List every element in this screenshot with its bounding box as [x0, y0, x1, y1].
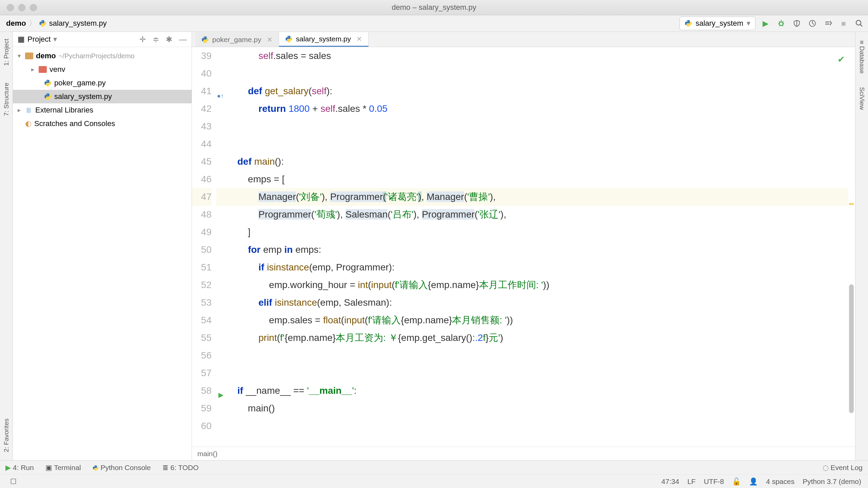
- close-icon[interactable]: ✕: [267, 36, 273, 44]
- python-file-icon: [44, 93, 52, 100]
- breadcrumb-root[interactable]: demo: [6, 19, 26, 28]
- caret-right-icon: ▸: [31, 66, 36, 73]
- stop-button[interactable]: ■: [838, 18, 849, 29]
- folder-icon: [39, 66, 47, 73]
- chevron-down-icon: ▾: [747, 19, 750, 28]
- tree-file-salary[interactable]: salary_system.py: [13, 90, 192, 103]
- window-title: demo – salary_system.py: [392, 3, 476, 12]
- tab-poker-game[interactable]: poker_game.py ✕: [195, 32, 279, 47]
- folder-icon: [25, 53, 33, 59]
- settings-icon[interactable]: ✱: [166, 35, 172, 44]
- python-file-icon: [685, 20, 692, 27]
- close-icon[interactable]: ✕: [356, 35, 362, 43]
- tree-scratches[interactable]: ◐ Scratches and Consoles: [13, 117, 192, 130]
- tool-window-toggle-icon[interactable]: ☐: [10, 477, 17, 486]
- search-button[interactable]: [854, 18, 865, 29]
- python-interpreter[interactable]: Python 3.7 (demo): [803, 477, 861, 486]
- caret-down-icon: ▾: [18, 52, 22, 60]
- editor-breadcrumb[interactable]: main(): [192, 447, 855, 460]
- bottom-tool-bar: ▶ 4: Run ▣ Terminal Python Console ≣ 6: …: [0, 460, 868, 474]
- breadcrumb[interactable]: demo 〉 salary_system.py: [6, 18, 107, 28]
- left-tool-rail: 1: Project 7: Structure 2: Favorites: [0, 32, 13, 460]
- indent-setting[interactable]: 4 spaces: [766, 477, 794, 486]
- editor-scrollbar[interactable]: [847, 47, 855, 447]
- terminal-tool-button[interactable]: ▣ Terminal: [45, 464, 81, 472]
- project-panel-title[interactable]: Project: [27, 35, 51, 44]
- chevron-right-icon: 〉: [29, 18, 36, 28]
- editor-tabs: poker_game.py ✕ salary_system.py ✕: [192, 32, 855, 47]
- run-config-selector[interactable]: salary_system ▾: [679, 17, 755, 30]
- project-panel: ▦ Project ▾ ✛ ≑ ✱ — ▾ demo ~/PycharmProj…: [13, 32, 192, 460]
- database-tool-button[interactable]: ≡ Database: [858, 35, 866, 77]
- python-file-icon: [44, 79, 52, 87]
- file-encoding[interactable]: UTF-8: [704, 477, 724, 486]
- breadcrumb-file[interactable]: salary_system.py: [49, 19, 107, 28]
- chevron-down-icon[interactable]: ▾: [53, 35, 57, 44]
- navigation-bar: demo 〉 salary_system.py salary_system ▾ …: [0, 15, 868, 32]
- python-file-icon: [39, 20, 46, 27]
- inspection-ok-icon[interactable]: ✔: [837, 50, 845, 68]
- titlebar: demo – salary_system.py: [0, 0, 868, 15]
- svg-point-2: [856, 20, 861, 25]
- python-file-icon: [285, 35, 293, 43]
- run-button[interactable]: ▶: [760, 18, 771, 29]
- run-tool-button[interactable]: ▶ 4: Run: [5, 464, 34, 472]
- project-tool-button[interactable]: 1: Project: [3, 35, 10, 69]
- code-editor[interactable]: 3940414243444546474849505152535455565758…: [192, 47, 855, 447]
- python-file-icon: [201, 36, 209, 43]
- attach-button[interactable]: [823, 18, 833, 29]
- python-console-tool-button[interactable]: Python Console: [93, 464, 151, 472]
- tree-project-root[interactable]: ▾ demo ~/PycharmProjects/demo: [13, 49, 192, 63]
- library-icon: ⫼: [25, 106, 33, 115]
- inspection-icon[interactable]: 👤: [749, 477, 758, 486]
- locate-icon[interactable]: ✛: [139, 35, 146, 44]
- todo-tool-button[interactable]: ≣ 6: TODO: [162, 464, 199, 472]
- favorites-tool-button[interactable]: 2: Favorites: [3, 415, 10, 455]
- tree-file-poker[interactable]: poker_game.py: [13, 76, 192, 90]
- scratches-icon: ◐: [25, 119, 32, 128]
- status-bar: ☐ 47:34 LF UTF-8 🔓 👤 4 spaces Python 3.7…: [0, 474, 868, 488]
- right-tool-rail: ≡ Database SciView: [855, 32, 868, 460]
- hide-icon[interactable]: —: [179, 35, 187, 44]
- readonly-icon[interactable]: 🔓: [732, 477, 741, 486]
- caret-right-icon: ▸: [18, 106, 22, 114]
- project-view-icon: ▦: [18, 35, 25, 44]
- minimize-window-icon[interactable]: [18, 4, 25, 11]
- profile-button[interactable]: [807, 18, 818, 29]
- tree-external-libraries[interactable]: ▸ ⫼ External Libraries: [13, 103, 192, 117]
- event-log-button[interactable]: ◌ Event Log: [823, 464, 863, 472]
- line-ending[interactable]: LF: [687, 477, 696, 486]
- close-window-icon[interactable]: [7, 4, 14, 11]
- tab-salary-system[interactable]: salary_system.py ✕: [279, 32, 369, 47]
- collapse-icon[interactable]: ≑: [153, 35, 159, 44]
- coverage-button[interactable]: [791, 18, 802, 29]
- cursor-position[interactable]: 47:34: [662, 477, 679, 486]
- sciview-tool-button[interactable]: SciView: [858, 84, 866, 113]
- structure-tool-button[interactable]: 7: Structure: [3, 79, 10, 119]
- tree-venv[interactable]: ▸ venv: [13, 63, 192, 76]
- maximize-window-icon[interactable]: [30, 4, 37, 11]
- debug-button[interactable]: [776, 18, 787, 29]
